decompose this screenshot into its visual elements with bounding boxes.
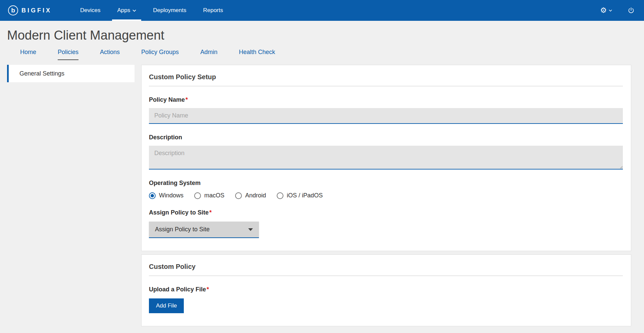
description-textarea[interactable] bbox=[149, 146, 623, 170]
brand[interactable]: b BIGFIX bbox=[8, 0, 52, 21]
tab-actions[interactable]: Actions bbox=[100, 49, 120, 60]
brand-name: BIGFIX bbox=[21, 7, 52, 14]
policy-name-label-text: Policy Name bbox=[149, 96, 185, 103]
section-title-custom-policy: Custom Policy bbox=[149, 263, 623, 276]
sidebar: General Settings bbox=[7, 65, 135, 82]
tab-bar: Home Policies Actions Policy Groups Admi… bbox=[0, 49, 644, 60]
required-asterisk: * bbox=[207, 286, 209, 293]
assign-site-label: Assign Policy to Site* bbox=[149, 209, 623, 216]
top-nav: Devices Apps Deployments Reports bbox=[72, 0, 231, 21]
required-asterisk: * bbox=[209, 209, 212, 216]
operating-system-label: Operating System bbox=[149, 180, 623, 187]
radio-macos-label: macOS bbox=[204, 192, 224, 199]
content-area: General Settings Custom Policy Setup Pol… bbox=[7, 65, 631, 326]
assign-site-select-value: Assign Policy to Site bbox=[155, 226, 210, 233]
power-icon[interactable] bbox=[628, 7, 635, 14]
description-label: Description bbox=[149, 134, 623, 141]
section-title-custom-policy-setup: Custom Policy Setup bbox=[149, 73, 623, 86]
radio-unselected-icon bbox=[277, 192, 283, 199]
upload-policy-file-label: Upload a Policy File* bbox=[149, 286, 623, 293]
custom-policy-card: Custom Policy Upload a Policy File* Add … bbox=[141, 254, 631, 326]
policy-name-input[interactable] bbox=[149, 108, 623, 124]
radio-ios-ipados[interactable]: iOS / iPadOS bbox=[277, 192, 323, 199]
radio-windows[interactable]: Windows bbox=[149, 192, 183, 199]
assign-site-label-text: Assign Policy to Site bbox=[149, 209, 209, 216]
topbar-right: ⚙ bbox=[600, 0, 635, 21]
main-panel: Custom Policy Setup Policy Name* Descrip… bbox=[141, 65, 631, 326]
logo-letter: b bbox=[11, 7, 15, 13]
radio-android-label: Android bbox=[245, 192, 266, 199]
radio-macos[interactable]: macOS bbox=[194, 192, 224, 199]
gear-icon: ⚙ bbox=[600, 7, 607, 14]
nav-devices[interactable]: Devices bbox=[72, 0, 109, 21]
nav-apps[interactable]: Apps bbox=[109, 0, 145, 21]
assign-site-select[interactable]: Assign Policy to Site bbox=[149, 222, 259, 238]
page-title: Modern Client Management bbox=[7, 28, 644, 43]
radio-windows-label: Windows bbox=[159, 192, 183, 199]
os-radio-group: Windows macOS Android iOS / iPadOS bbox=[149, 192, 623, 199]
tab-policies[interactable]: Policies bbox=[58, 49, 78, 60]
radio-selected-icon bbox=[149, 192, 156, 199]
bigfix-logo-icon: b bbox=[8, 5, 18, 15]
radio-unselected-icon bbox=[194, 192, 201, 199]
upload-policy-file-label-text: Upload a Policy File bbox=[149, 286, 206, 293]
radio-unselected-icon bbox=[235, 192, 242, 199]
radio-ios-ipados-label: iOS / iPadOS bbox=[287, 192, 323, 199]
nav-deployments[interactable]: Deployments bbox=[145, 0, 195, 21]
tab-admin[interactable]: Admin bbox=[200, 49, 217, 60]
tab-policy-groups[interactable]: Policy Groups bbox=[141, 49, 179, 60]
chevron-down-icon bbox=[609, 9, 612, 12]
settings-menu[interactable]: ⚙ bbox=[600, 7, 612, 14]
tab-health-check[interactable]: Health Check bbox=[239, 49, 275, 60]
top-navigation-bar: b BIGFIX Devices Apps Deployments Report… bbox=[0, 0, 644, 21]
nav-apps-label: Apps bbox=[117, 7, 130, 14]
radio-android[interactable]: Android bbox=[235, 192, 266, 199]
chevron-down-icon bbox=[248, 228, 253, 231]
chevron-down-icon bbox=[132, 9, 136, 12]
custom-policy-setup-card: Custom Policy Setup Policy Name* Descrip… bbox=[141, 65, 631, 251]
tab-home[interactable]: Home bbox=[20, 49, 36, 60]
sidebar-item-general-settings[interactable]: General Settings bbox=[7, 65, 135, 82]
policy-name-label: Policy Name* bbox=[149, 96, 623, 103]
required-asterisk: * bbox=[185, 96, 188, 103]
nav-reports[interactable]: Reports bbox=[195, 0, 231, 21]
add-file-button[interactable]: Add File bbox=[149, 298, 184, 313]
